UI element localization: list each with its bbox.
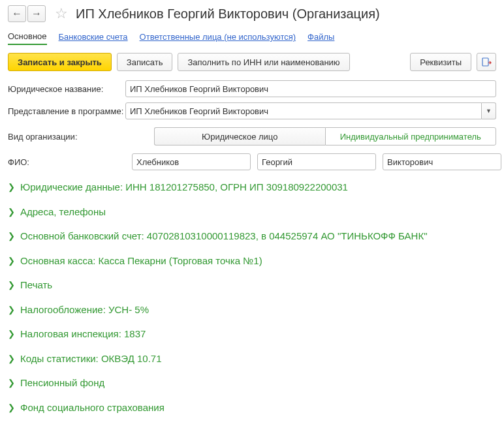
middle-name-input[interactable] xyxy=(383,153,501,170)
chevron-right-icon: ❯ xyxy=(8,354,15,363)
org-type-row: Вид организации: Юридическое лицо Индиви… xyxy=(8,127,496,145)
legal-name-row: Юридическое название: xyxy=(8,80,496,97)
chevron-right-icon: ❯ xyxy=(8,280,15,290)
section-title: Печать xyxy=(20,279,52,292)
section-pension-fund[interactable]: ❯ Пенсионный фонд xyxy=(8,376,496,390)
favorite-star-icon[interactable]: ☆ xyxy=(55,5,68,22)
section-print[interactable]: ❯ Печать xyxy=(8,279,496,292)
chevron-right-icon: ❯ xyxy=(8,231,15,241)
requisites-button[interactable]: Реквизиты xyxy=(410,53,471,71)
first-name-input[interactable] xyxy=(257,153,376,170)
nav-forward-button[interactable]: → xyxy=(27,5,46,22)
section-taxation[interactable]: ❯ Налогообложение: УСН- 5% xyxy=(8,303,496,316)
attach-icon-button[interactable] xyxy=(477,53,496,71)
tab-files[interactable]: Файлы xyxy=(307,29,334,44)
section-title: Основной банковский счет: 40702810310000… xyxy=(20,230,428,243)
save-button[interactable]: Записать xyxy=(117,53,173,71)
section-bank-account[interactable]: ❯ Основной банковский счет: 407028103100… xyxy=(8,230,496,243)
section-social-insurance[interactable]: ❯ Фонд социального страхования xyxy=(8,401,496,414)
nav-back-button[interactable]: ← xyxy=(8,5,26,22)
representation-row: Представление в программе: ▼ xyxy=(8,102,496,119)
legal-name-input[interactable] xyxy=(125,80,496,97)
representation-dropdown-button[interactable]: ▼ xyxy=(482,102,496,119)
chevron-down-icon: ▼ xyxy=(486,108,492,114)
org-type-toggle: Юридическое лицо Индивидуальный предприн… xyxy=(154,127,496,145)
section-title: Коды статистики: ОКВЭД 10.71 xyxy=(20,352,162,365)
chevron-right-icon: ❯ xyxy=(8,305,15,314)
fio-row: ФИО: xyxy=(8,153,496,170)
paperclip-arrow-icon xyxy=(481,57,492,67)
chevron-right-icon: ❯ xyxy=(8,256,15,266)
toolbar: Записать и закрыть Записать Заполнить по… xyxy=(8,53,496,71)
section-main-cash[interactable]: ❯ Основная касса: Касса Пекарни (Торгова… xyxy=(8,254,496,267)
section-legal-data[interactable]: ❯ Юридические данные: ИНН 181201275850, … xyxy=(8,181,496,194)
section-stat-codes[interactable]: ❯ Коды статистики: ОКВЭД 10.71 xyxy=(8,352,496,365)
fill-by-inn-button[interactable]: Заполнить по ИНН или наименованию xyxy=(178,53,349,71)
fio-label: ФИО: xyxy=(8,157,37,167)
section-title: Фонд социального страхования xyxy=(20,401,165,414)
save-and-close-button[interactable]: Записать и закрыть xyxy=(8,53,112,71)
section-title: Налогообложение: УСН- 5% xyxy=(20,303,149,316)
section-title: Юридические данные: ИНН 181201275850, ОГ… xyxy=(20,181,348,194)
org-type-label: Вид организации: xyxy=(8,132,154,142)
section-title: Пенсионный фонд xyxy=(20,376,104,390)
section-tax-inspection[interactable]: ❯ Налоговая инспекция: 1837 xyxy=(8,328,496,341)
section-title: Адреса, телефоны xyxy=(20,206,106,219)
representation-input[interactable] xyxy=(125,102,482,119)
legal-name-label: Юридическое название: xyxy=(8,84,125,94)
section-title: Налоговая инспекция: 1837 xyxy=(20,328,146,341)
org-type-legal-button[interactable]: Юридическое лицо xyxy=(154,127,325,145)
chevron-right-icon: ❯ xyxy=(8,378,15,388)
arrow-right-icon: → xyxy=(31,8,42,20)
section-title: Основная касса: Касса Пекарни (Торговая … xyxy=(20,254,262,267)
tab-responsible-persons[interactable]: Ответственные лица (не используются) xyxy=(140,29,296,44)
svg-rect-0 xyxy=(482,58,488,66)
org-type-ie-button[interactable]: Индивидуальный предприниматель xyxy=(325,127,497,145)
header: ← → ☆ ИП Хлебников Георгий Викторович (О… xyxy=(8,5,496,22)
section-addresses[interactable]: ❯ Адреса, телефоны xyxy=(8,206,496,219)
tab-main[interactable]: Основное xyxy=(8,29,47,45)
last-name-input[interactable] xyxy=(132,153,251,170)
representation-label: Представление в программе: xyxy=(8,106,125,116)
tabs: Основное Банковские счета Ответственные … xyxy=(8,29,496,45)
chevron-right-icon: ❯ xyxy=(8,207,15,217)
page-title: ИП Хлебников Георгий Викторович (Организ… xyxy=(76,7,380,22)
arrow-left-icon: ← xyxy=(12,8,22,20)
tab-bank-accounts[interactable]: Банковские счета xyxy=(59,29,128,44)
chevron-right-icon: ❯ xyxy=(8,182,15,192)
chevron-right-icon: ❯ xyxy=(8,403,15,412)
expandable-sections: ❯ Юридические данные: ИНН 181201275850, … xyxy=(8,181,496,414)
chevron-right-icon: ❯ xyxy=(8,329,15,339)
